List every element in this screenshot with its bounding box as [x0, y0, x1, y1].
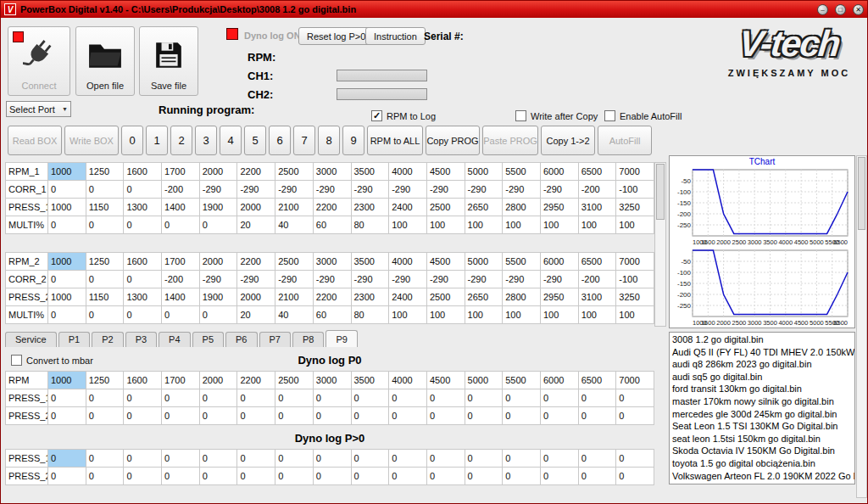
value-cell[interactable]: 100 [389, 306, 427, 324]
digit-button-9[interactable]: 9 [342, 126, 364, 155]
value-cell[interactable]: 80 [351, 306, 389, 324]
value-cell[interactable]: 5500 [503, 163, 541, 181]
value-cell[interactable]: 5000 [465, 163, 503, 181]
tab-p7[interactable]: P7 [259, 332, 291, 347]
value-cell[interactable]: 0 [124, 306, 162, 324]
value-cell[interactable]: 0 [199, 450, 237, 468]
value-cell[interactable]: 0 [503, 407, 541, 425]
list-item[interactable]: Skoda Octavia IV 150KM Go Digital.bin [670, 445, 854, 457]
value-cell[interactable]: 0 [237, 407, 275, 425]
list-item[interactable]: mercedes gle 300d 245km go digital.bin [670, 408, 854, 421]
value-cell[interactable]: 0 [237, 389, 275, 407]
value-cell[interactable]: 0 [48, 306, 86, 324]
value-cell[interactable]: -290 [540, 181, 578, 199]
value-cell[interactable]: 2200 [237, 253, 275, 271]
value-cell[interactable]: 0 [162, 389, 200, 407]
value-cell[interactable]: 6500 [578, 372, 616, 389]
value-cell[interactable]: 0 [162, 306, 200, 324]
value-cell[interactable]: -200 [578, 181, 616, 199]
value-cell[interactable]: 1000 [48, 372, 86, 389]
value-cell[interactable]: 0 [86, 468, 124, 485]
tab-p3[interactable]: P3 [125, 332, 157, 347]
digit-button-6[interactable]: 6 [269, 126, 291, 155]
tab-p8[interactable]: P8 [292, 332, 324, 347]
value-cell[interactable]: 0 [389, 389, 427, 407]
value-cell[interactable]: 4500 [426, 372, 465, 389]
value-cell[interactable]: 2650 [465, 199, 503, 216]
value-cell[interactable]: 1300 [124, 199, 162, 216]
value-cell[interactable]: 6000 [540, 163, 578, 181]
value-cell[interactable]: 5000 [465, 372, 503, 389]
scrollbar-thumb[interactable] [656, 164, 665, 220]
value-cell[interactable]: 0 [313, 407, 351, 425]
digit-button-8[interactable]: 8 [318, 126, 340, 155]
value-cell[interactable]: 2300 [351, 199, 389, 216]
digit-button-4[interactable]: 4 [220, 126, 242, 155]
value-cell[interactable]: 100 [540, 216, 578, 234]
value-cell[interactable]: 2950 [540, 199, 578, 216]
value-cell[interactable]: 5000 [465, 253, 503, 271]
value-cell[interactable]: 1250 [86, 163, 124, 181]
list-item[interactable]: seat leon 1.5tsi 150km go digital.bin [670, 433, 854, 445]
value-cell[interactable]: 6000 [540, 253, 578, 271]
value-cell[interactable]: 0 [86, 181, 124, 199]
value-cell[interactable]: 1000 [48, 163, 86, 181]
value-cell[interactable]: 0 [237, 450, 275, 468]
value-cell[interactable]: 5500 [503, 372, 541, 389]
value-cell[interactable]: 0 [124, 389, 162, 407]
value-cell[interactable]: 0 [48, 389, 86, 407]
value-cell[interactable]: 1000 [48, 199, 86, 216]
value-cell[interactable]: -290 [503, 181, 541, 199]
value-cell[interactable]: 0 [616, 450, 654, 468]
value-cell[interactable]: 0 [313, 389, 351, 407]
value-cell[interactable]: 3250 [616, 199, 654, 216]
value-cell[interactable]: -290 [465, 271, 503, 288]
value-cell[interactable]: 80 [351, 216, 389, 234]
value-cell[interactable]: 3100 [578, 199, 616, 216]
table-scrollbar[interactable] [654, 162, 666, 327]
value-cell[interactable]: 3500 [351, 253, 389, 271]
value-cell[interactable]: -290 [237, 181, 275, 199]
value-cell[interactable]: 0 [86, 450, 124, 468]
digit-button-1[interactable]: 1 [146, 126, 168, 155]
value-cell[interactable]: -290 [313, 271, 351, 288]
value-cell[interactable]: 0 [313, 468, 351, 485]
value-cell[interactable]: 2200 [313, 199, 351, 216]
value-cell[interactable]: 0 [48, 407, 86, 425]
value-cell[interactable]: 100 [426, 306, 465, 324]
value-cell[interactable]: 2500 [426, 288, 465, 306]
value-cell[interactable]: 1900 [199, 199, 237, 216]
value-cell[interactable]: 100 [503, 306, 541, 324]
value-cell[interactable]: 0 [162, 216, 200, 234]
value-cell[interactable]: 0 [313, 450, 351, 468]
value-cell[interactable]: 1900 [199, 288, 237, 306]
value-cell[interactable]: 4000 [389, 253, 427, 271]
value-cell[interactable]: 0 [86, 389, 124, 407]
value-cell[interactable]: 1250 [86, 253, 124, 271]
value-cell[interactable]: 2200 [237, 372, 275, 389]
value-cell[interactable]: 0 [578, 389, 616, 407]
value-cell[interactable]: -290 [351, 271, 389, 288]
value-cell[interactable]: -290 [426, 181, 465, 199]
value-cell[interactable]: 0 [124, 216, 162, 234]
value-cell[interactable]: 0 [503, 450, 541, 468]
value-cell[interactable]: 4500 [426, 253, 465, 271]
value-cell[interactable]: 0 [48, 450, 86, 468]
paste-prog-button[interactable]: Paste PROG [482, 126, 538, 155]
value-cell[interactable]: 100 [465, 306, 503, 324]
value-cell[interactable]: 0 [540, 389, 578, 407]
value-cell[interactable]: 1000 [48, 288, 86, 306]
value-cell[interactable]: 0 [48, 181, 86, 199]
open-file-button[interactable]: Open file [75, 26, 135, 96]
value-cell[interactable]: -290 [199, 271, 237, 288]
value-cell[interactable]: -290 [275, 181, 314, 199]
select-port-dropdown[interactable]: Select Port [6, 101, 71, 117]
digit-button-0[interactable]: 0 [121, 126, 143, 155]
value-cell[interactable]: 0 [351, 468, 389, 485]
value-cell[interactable]: 0 [86, 271, 124, 288]
enable-autofill-checkbox[interactable]: Enable AutoFill [604, 110, 682, 121]
value-cell[interactable]: -290 [389, 181, 427, 199]
value-cell[interactable]: 0 [351, 450, 389, 468]
value-cell[interactable]: -290 [389, 271, 427, 288]
value-cell[interactable]: 1400 [162, 288, 200, 306]
